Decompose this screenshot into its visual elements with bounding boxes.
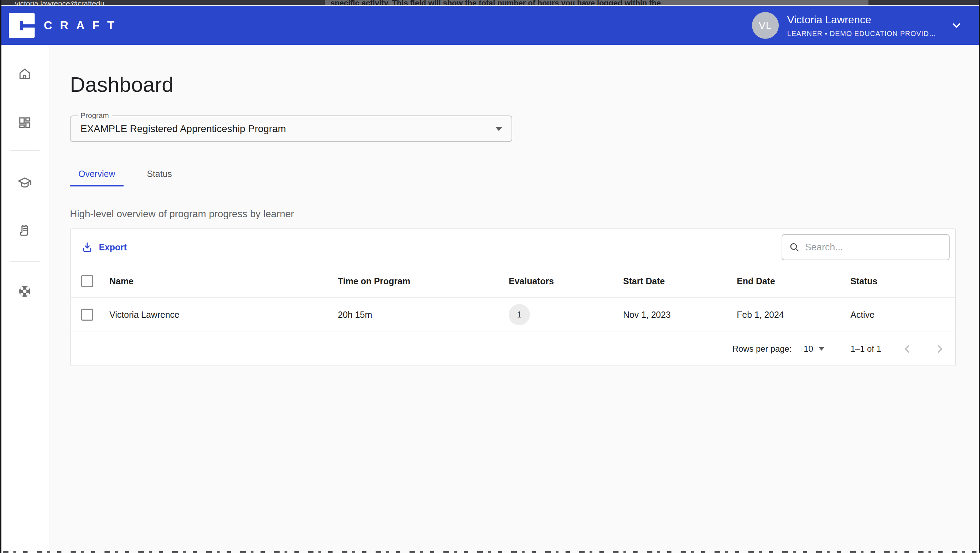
tab-overview[interactable]: Overview — [70, 163, 124, 186]
sidebar-divider — [10, 261, 40, 262]
export-label: Export — [99, 242, 127, 252]
table-header-row: Name Time on Program Evaluators Start Da… — [71, 265, 955, 297]
pagination-range: 1–1 of 1 — [850, 344, 881, 354]
chevron-right-icon — [934, 343, 946, 355]
download-icon — [81, 241, 93, 253]
page-bottom-clip — [3, 551, 977, 553]
brand-name: CRAFT — [44, 19, 122, 32]
sidebar-divider — [10, 150, 40, 151]
search-icon — [789, 242, 800, 253]
brand[interactable]: CRAFT — [9, 13, 122, 38]
search-box[interactable] — [781, 234, 950, 260]
prev-page-button[interactable] — [901, 343, 914, 355]
chrome-fragment-left-bg: victoria.lawrence@craftedu... — [0, 0, 325, 5]
program-select[interactable]: Program EXAMPLE Registered Apprenticeshi… — [70, 115, 512, 142]
sidebar-item-home[interactable] — [17, 66, 32, 81]
sidebar-item-support[interactable] — [17, 284, 32, 299]
chevron-down-icon[interactable] — [950, 19, 963, 32]
rows-per-page-value: 10 — [804, 344, 813, 354]
column-header-evaluators: Evaluators — [509, 276, 623, 286]
craft-logo — [9, 13, 35, 38]
table-pagination: Rows per page: 10 1–1 of 1 — [71, 332, 955, 365]
chrome-fragment-right-bg — [869, 0, 980, 5]
window-edge-left — [0, 0, 2, 553]
user-name: Victoria Lawrence — [787, 13, 936, 26]
sidebar-item-records[interactable] — [17, 223, 32, 239]
chrome-fragment-center-bg: specific activity. This field will show … — [325, 0, 869, 5]
cell-start-date: Nov 1, 2023 — [623, 310, 737, 320]
table-toolbar: Export — [71, 229, 955, 265]
user-text: Victoria Lawrence LEARNER • DEMO EDUCATI… — [787, 13, 936, 38]
user-role: LEARNER • DEMO EDUCATION PROVID… — [787, 30, 936, 38]
page-title: Dashboard — [70, 72, 980, 97]
avatar: VL — [752, 12, 779, 39]
column-header-end-date: End Date — [737, 276, 850, 286]
chrome-fragment-center: specific activity. This field will show … — [331, 0, 661, 5]
column-header-start-date: Start Date — [623, 276, 737, 286]
page-subtitle: High-level overview of program progress … — [70, 208, 980, 220]
select-arrow-icon — [819, 347, 824, 351]
sidebar — [0, 45, 49, 553]
search-input[interactable] — [804, 242, 943, 253]
home-icon — [17, 66, 32, 81]
cell-status: Active — [850, 310, 955, 320]
cell-name: Victoria Lawrence — [110, 310, 338, 320]
app-window: victoria.lawrence@craftedu... specific a… — [0, 0, 980, 553]
column-header-time-on-program: Time on Program — [338, 276, 509, 286]
rows-per-page-select[interactable]: 10 — [804, 344, 825, 354]
column-header-status: Status — [850, 276, 955, 286]
sidebar-item-learning[interactable] — [17, 175, 32, 190]
program-select-label: Program — [78, 111, 112, 120]
app-bar: CRAFT VL Victoria Lawrence LEARNER • DEM… — [0, 6, 980, 45]
browser-chrome-sliver: victoria.lawrence@craftedu... specific a… — [0, 0, 980, 5]
graduation-cap-icon — [17, 175, 32, 190]
lifebuoy-icon — [17, 284, 32, 299]
main-content: Dashboard Program EXAMPLE Registered App… — [49, 45, 980, 553]
column-header-name: Name — [110, 276, 338, 286]
row-checkbox[interactable] — [81, 309, 93, 320]
receipt-icon — [17, 223, 32, 238]
rows-per-page-label: Rows per page: — [732, 344, 791, 354]
evaluators-badge[interactable]: 1 — [509, 304, 530, 325]
select-arrow-icon — [495, 127, 502, 131]
user-menu[interactable]: VL Victoria Lawrence LEARNER • DEMO EDUC… — [752, 12, 963, 39]
cell-end-date: Feb 1, 2024 — [737, 310, 850, 320]
export-button[interactable]: Export — [81, 241, 127, 253]
dashboard-grid-icon — [17, 115, 32, 130]
chevron-left-icon — [901, 343, 914, 355]
chrome-fragment-left: victoria.lawrence@craftedu... — [15, 0, 110, 5]
cell-time-on-program: 20h 15m — [338, 310, 509, 320]
select-all-checkbox[interactable] — [81, 275, 93, 287]
tabs: Overview Status — [70, 163, 980, 186]
table-row[interactable]: Victoria Lawrence 20h 15m 1 Nov 1, 2023 … — [71, 297, 955, 332]
table-card: Export Name Time on Program — [70, 228, 956, 366]
sidebar-item-dashboard[interactable] — [17, 115, 32, 130]
program-select-value: EXAMPLE Registered Apprenticeship Progra… — [81, 123, 286, 135]
next-page-button[interactable] — [934, 343, 946, 355]
tab-status[interactable]: Status — [138, 163, 180, 186]
